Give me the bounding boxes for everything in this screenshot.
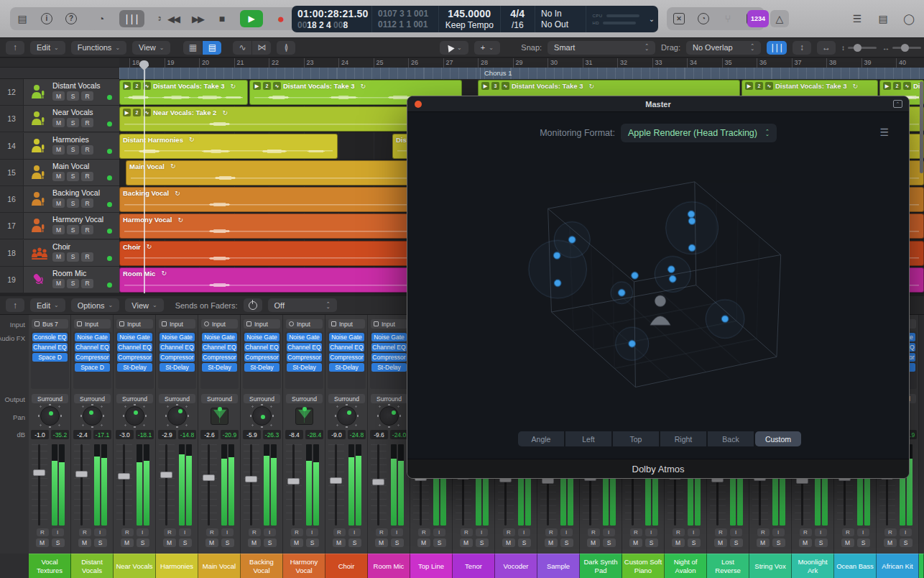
r-button[interactable]: R [81, 225, 93, 234]
view-button-angle[interactable]: Angle [518, 431, 564, 446]
vertical-scrollbar[interactable] [920, 81, 923, 173]
mute-button[interactable]: M [375, 538, 388, 547]
record-button[interactable]: ● [274, 10, 287, 27]
play-button[interactable]: ▶ [240, 10, 263, 27]
secondary-tool-button[interactable]: +⌄ [474, 41, 500, 55]
mute-button[interactable]: M [799, 538, 812, 547]
smart-controls-icon[interactable]: ◔ [95, 10, 108, 27]
lcd-chevron-icon[interactable]: ⌄ [645, 6, 658, 32]
mute-button[interactable]: M [502, 538, 515, 547]
audio-object-sphere[interactable] [669, 275, 676, 283]
i-arm-button[interactable]: I [264, 528, 276, 536]
r-arm-button[interactable]: R [249, 528, 261, 536]
output-slot[interactable]: Surround [159, 394, 195, 403]
mute-button[interactable]: M [36, 538, 49, 547]
r-button[interactable]: R [81, 279, 93, 288]
tuner-icon[interactable]: ◔ [697, 10, 710, 27]
m-button[interactable]: M [52, 252, 65, 262]
input-slot[interactable]: Input [371, 319, 407, 329]
channel-name-button[interactable]: Distant Vocals [71, 554, 114, 578]
r-arm-button[interactable]: R [503, 528, 515, 536]
channel-strip[interactable]: InputNoise GateChannel EQCompressorSt-De… [325, 315, 368, 554]
bar-ruler[interactable]: 1819202122232425262728293031323334353637… [119, 58, 924, 68]
m-button[interactable]: M [52, 91, 65, 101]
input-slot[interactable]: Bus 7 [32, 319, 68, 329]
channel-name-button[interactable]: Vocal Textures [29, 554, 71, 578]
r-arm-button[interactable]: R [37, 528, 49, 536]
window-link-icon[interactable]: ⌃ [893, 100, 902, 108]
fader-thumb[interactable] [160, 472, 172, 478]
marker-chorus[interactable]: Chorus 1 [480, 68, 512, 79]
hide-mixer-arrow-button[interactable]: ↑ [6, 298, 24, 312]
surround-pan-control[interactable] [40, 406, 60, 426]
i-arm-button[interactable]: I [730, 528, 742, 536]
r-arm-button[interactable]: R [164, 528, 176, 536]
mixer-menu-view[interactable]: View⌄ [125, 298, 163, 312]
output-slot[interactable]: Surround [328, 394, 365, 403]
channel-name-button[interactable]: Choir [325, 554, 368, 578]
channel-name-button[interactable]: Backing Vocal [241, 554, 283, 578]
s-button[interactable]: S [67, 118, 79, 127]
fx-slot[interactable]: Channel EQ [371, 343, 407, 352]
i-arm-button[interactable]: I [645, 528, 657, 536]
fx-slot[interactable]: Channel EQ [202, 343, 237, 352]
output-slot[interactable]: Surround [244, 394, 280, 403]
volume-db-value[interactable]: -3.0 [116, 430, 134, 439]
metronome-button[interactable]: △ [770, 10, 789, 27]
view-button-right[interactable]: Right [660, 431, 706, 446]
track-header-15[interactable]: 15Main VocalMSR [0, 160, 119, 186]
channel-name-button[interactable]: String Vox [749, 554, 792, 578]
i-arm-button[interactable]: I [857, 528, 869, 536]
r-arm-button[interactable]: R [630, 528, 642, 536]
track-header-19[interactable]: 19Room MicMSR [0, 267, 119, 293]
track-header-14[interactable]: 14HarmoniesMSR [0, 133, 119, 160]
audio-object-sphere[interactable] [632, 272, 639, 279]
i-arm-button[interactable]: I [688, 528, 700, 536]
m-button[interactable]: M [52, 198, 65, 208]
solo-button[interactable]: S [94, 538, 107, 547]
lcd-display[interactable]: 01:00:28:21.50 0018 2 4 008 0107 3 1 001… [292, 6, 658, 32]
i-arm-button[interactable]: I [815, 528, 827, 536]
audio-object-sphere[interactable] [554, 280, 561, 287]
channel-name-button[interactable]: Harmonies [156, 554, 198, 578]
grid-view-icon[interactable]: ▦ [183, 41, 202, 55]
fader-thumb[interactable] [33, 469, 45, 476]
r-arm-button[interactable]: R [588, 528, 600, 536]
input-slot[interactable]: Input [328, 319, 365, 329]
mute-button[interactable]: M [205, 538, 218, 547]
audio-object-sphere[interactable] [688, 244, 696, 252]
fader-thumb[interactable] [118, 473, 130, 480]
monitoring-format-select[interactable]: Apple Renderer (Head Tracking)⌃⌄ [621, 124, 777, 142]
fader-thumb[interactable] [330, 477, 342, 484]
fader-thumb[interactable] [75, 471, 88, 477]
menu-edit[interactable]: Edit⌄ [30, 41, 65, 55]
r-arm-button[interactable]: R [418, 528, 430, 536]
audio-object-sphere[interactable] [629, 340, 636, 347]
apple-loops-icon[interactable]: ◯ [902, 10, 915, 27]
replace-icon[interactable]: ✕ [673, 10, 685, 27]
horizontal-auto-zoom-button[interactable]: ↔ [817, 41, 836, 55]
channel-name-button[interactable]: Night of Avalon [665, 554, 707, 578]
solo-button[interactable]: S [730, 538, 743, 547]
sends-power-button[interactable] [244, 298, 262, 312]
volume-db-value[interactable]: -5.9 [243, 430, 261, 439]
channel-name-button[interactable]: Tenor [453, 554, 495, 578]
solo-button[interactable]: S [52, 538, 65, 547]
fx-slot[interactable]: Channel EQ [244, 343, 279, 352]
r-arm-button[interactable]: R [673, 528, 685, 536]
track-header-16[interactable]: 16Backing VocalMSR [0, 186, 119, 213]
s-button[interactable]: S [67, 198, 79, 208]
window-close-button[interactable] [415, 101, 422, 108]
fx-slot[interactable]: Noise Gate [371, 333, 407, 341]
r-button[interactable]: R [81, 118, 93, 127]
channel-strip[interactable]: InputNoise GateChannel EQCompressorSt-De… [368, 315, 410, 554]
mute-button[interactable]: M [757, 538, 770, 547]
fx-slot[interactable]: Compressor [202, 353, 237, 362]
input-slot[interactable]: Input [74, 319, 111, 329]
r-arm-button[interactable]: R [206, 528, 218, 536]
r-button[interactable]: R [81, 252, 93, 262]
r-button[interactable]: R [81, 91, 93, 101]
r-arm-button[interactable]: R [376, 528, 388, 536]
mute-button[interactable]: M [248, 538, 261, 547]
view-button-custom[interactable]: Custom [755, 431, 801, 446]
